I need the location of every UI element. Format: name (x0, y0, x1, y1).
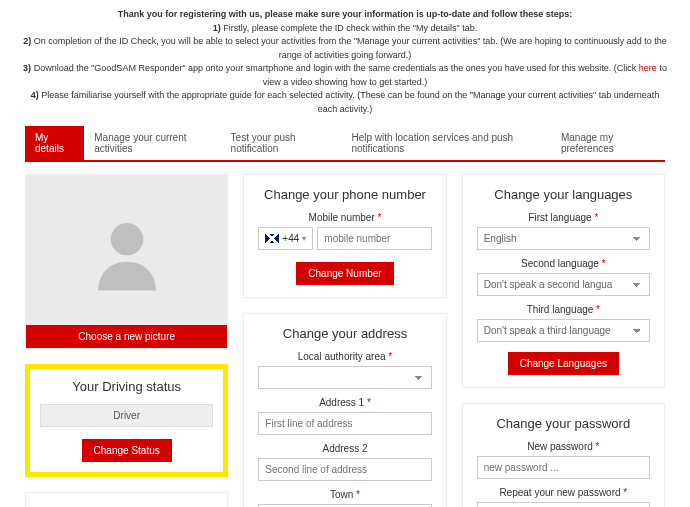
phone-title: Change your phone number (258, 187, 431, 202)
second-lang-select[interactable]: Don't speak a second langua (477, 273, 650, 296)
tab-manage-preferences[interactable]: Manage my preferences (551, 126, 665, 160)
phone-card: Change your phone number Mobile number +… (243, 174, 446, 298)
languages-card: Change your languages First language Eng… (462, 174, 665, 388)
change-number-button[interactable]: Change Number (296, 262, 393, 285)
addr2-label: Address 2 (258, 443, 431, 454)
address-card: Change your address Local authority area… (243, 313, 446, 507)
third-lang-select[interactable]: Don't speak a third language (477, 319, 650, 342)
town-label: Town (258, 489, 431, 500)
languages-title: Change your languages (477, 187, 650, 202)
addr1-label: Address 1 (258, 397, 431, 408)
tab-test-push[interactable]: Test your push notification (221, 126, 342, 160)
mobile-input[interactable] (317, 227, 431, 250)
area-select[interactable] (258, 366, 431, 389)
driving-title: Your Driving status (40, 379, 213, 394)
address-title: Change your address (258, 326, 431, 341)
intro-text: Thank you for registering with us, pleas… (0, 0, 690, 126)
third-lang-label: Third language (477, 304, 650, 315)
password-card: Change your password New password Repeat… (462, 403, 665, 507)
repeat-pw-input[interactable] (477, 502, 650, 507)
new-pw-label: New password (477, 441, 650, 452)
second-lang-label: Second language (477, 258, 650, 269)
mobile-label: Mobile number (258, 212, 431, 223)
tab-help-location[interactable]: Help with location services and push not… (341, 126, 551, 160)
id-check-card: Your ID checking process Not yet started… (25, 492, 228, 507)
driving-value: Driver (40, 404, 213, 427)
change-languages-button[interactable]: Change Languages (508, 352, 619, 375)
uk-flag-icon (265, 234, 279, 243)
tabs: My details Manage your current activitie… (25, 126, 665, 162)
video-link[interactable]: here (639, 63, 657, 73)
profile-picture-card: Choose a new picture (25, 174, 228, 349)
driving-status-card: Your Driving status Driver Change Status (25, 364, 228, 477)
country-code-select[interactable]: +44▾ (258, 227, 313, 250)
new-pw-input[interactable] (477, 456, 650, 479)
tab-my-details[interactable]: My details (25, 126, 84, 160)
avatar-placeholder (26, 175, 227, 325)
svg-point-0 (110, 223, 142, 255)
change-status-button[interactable]: Change Status (82, 439, 172, 462)
area-label: Local authority area (258, 351, 431, 362)
tab-manage-activities[interactable]: Manage your current activities (84, 126, 220, 160)
avatar-icon (82, 205, 172, 295)
first-lang-label: First language (477, 212, 650, 223)
repeat-pw-label: Repeat your new password (477, 487, 650, 498)
choose-picture-button[interactable]: Choose a new picture (26, 325, 227, 348)
addr1-input[interactable] (258, 412, 431, 435)
password-title: Change your password (477, 416, 650, 431)
first-lang-select[interactable]: English (477, 227, 650, 250)
addr2-input[interactable] (258, 458, 431, 481)
